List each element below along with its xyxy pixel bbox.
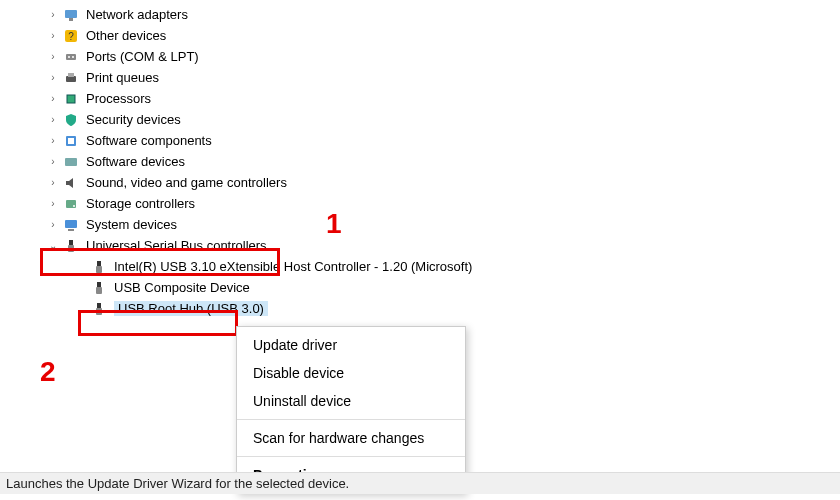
ports-icon [62,48,80,66]
chevron-right-icon: › [46,114,60,125]
menu-item-update-driver[interactable]: Update driver [237,331,465,359]
svg-point-6 [72,56,74,58]
chevron-right-icon: › [46,93,60,104]
tree-item-print-queues[interactable]: › Print queues [30,67,840,88]
svg-rect-17 [69,240,73,245]
tree-item-software-components[interactable]: › Software components [30,130,840,151]
status-bar: Launches the Update Driver Wizard for th… [0,472,840,494]
network-icon [62,6,80,24]
chevron-right-icon: › [46,156,60,167]
chevron-right-icon: › [46,72,60,83]
swdev-icon [62,153,80,171]
svg-rect-4 [66,54,76,60]
svg-rect-1 [69,18,73,21]
tree-item-sound[interactable]: › Sound, video and game controllers [30,172,840,193]
svg-point-14 [73,205,75,207]
annotation-number-2: 2 [40,356,56,388]
menu-item-label: Uninstall device [253,393,351,409]
svg-rect-20 [96,266,102,273]
tree-item-label: Other devices [86,28,166,43]
menu-separator [237,456,465,457]
menu-item-scan-hardware[interactable]: Scan for hardware changes [237,424,465,452]
chevron-right-icon: › [46,198,60,209]
svg-rect-18 [68,245,74,252]
chevron-right-icon: › [46,51,60,62]
usb-icon [62,237,80,255]
menu-item-label: Scan for hardware changes [253,430,424,446]
tree-item-usb-root-hub[interactable]: USB Root Hub (USB 3.0) [30,298,840,319]
menu-separator [237,419,465,420]
chevron-right-icon: › [46,177,60,188]
system-icon [62,216,80,234]
menu-item-uninstall-device[interactable]: Uninstall device [237,387,465,415]
tree-item-network-adapters[interactable]: › Network adapters [30,4,840,25]
tree-item-label: Processors [86,91,151,106]
svg-rect-22 [96,287,102,294]
tree-item-usb-controllers[interactable]: ⌄ Universal Serial Bus controllers [30,235,840,256]
tree-item-label: Security devices [86,112,181,127]
usb-icon [90,300,108,318]
svg-rect-0 [65,10,77,18]
svg-rect-19 [97,261,101,266]
svg-point-5 [68,56,70,58]
tree-item-label: USB Composite Device [114,280,250,295]
menu-item-label: Update driver [253,337,337,353]
tree-item-label: Print queues [86,70,159,85]
usb-icon [90,258,108,276]
svg-rect-15 [65,220,77,228]
menu-item-disable-device[interactable]: Disable device [237,359,465,387]
svg-rect-8 [68,73,74,77]
chevron-right-icon: › [46,30,60,41]
chevron-right-icon: › [46,9,60,20]
svg-rect-12 [65,158,77,166]
tree-item-software-devices[interactable]: › Software devices [30,151,840,172]
tree-item-label: USB Root Hub (USB 3.0) [114,301,268,316]
svg-text:?: ? [68,31,74,42]
storage-icon [62,195,80,213]
other-icon: ? [62,27,80,45]
tree-item-usb-child[interactable]: USB Composite Device [30,277,840,298]
usb-icon [90,279,108,297]
tree-item-processors[interactable]: › Processors [30,88,840,109]
printer-icon [62,69,80,87]
svg-rect-23 [97,303,101,308]
tree-item-label: Storage controllers [86,196,195,211]
tree-item-label: System devices [86,217,177,232]
tree-item-label: Network adapters [86,7,188,22]
menu-item-label: Disable device [253,365,344,381]
tree-item-security-devices[interactable]: › Security devices [30,109,840,130]
swcomp-icon [62,132,80,150]
tree-item-label: Ports (COM & LPT) [86,49,199,64]
cpu-icon [62,90,80,108]
tree-item-system-devices[interactable]: › System devices [30,214,840,235]
tree-item-label: Software devices [86,154,185,169]
tree-item-ports[interactable]: › Ports (COM & LPT) [30,46,840,67]
sound-icon [62,174,80,192]
device-tree: › Network adapters › ? Other devices › P… [0,0,840,319]
tree-item-usb-child[interactable]: Intel(R) USB 3.10 eXtensible Host Contro… [30,256,840,277]
svg-rect-21 [97,282,101,287]
context-menu: Update driver Disable device Uninstall d… [236,326,466,494]
tree-item-label: Sound, video and game controllers [86,175,287,190]
svg-rect-9 [67,95,75,103]
security-icon [62,111,80,129]
chevron-right-icon: › [46,219,60,230]
chevron-down-icon: ⌄ [46,240,60,251]
chevron-right-icon: › [46,135,60,146]
tree-item-other-devices[interactable]: › ? Other devices [30,25,840,46]
status-bar-text: Launches the Update Driver Wizard for th… [6,476,349,491]
svg-rect-24 [96,308,102,315]
svg-rect-16 [68,229,74,231]
tree-item-storage-controllers[interactable]: › Storage controllers [30,193,840,214]
tree-item-label: Software components [86,133,212,148]
svg-rect-11 [68,138,74,144]
tree-item-label: Universal Serial Bus controllers [86,238,267,253]
tree-item-label: Intel(R) USB 3.10 eXtensible Host Contro… [114,259,472,274]
